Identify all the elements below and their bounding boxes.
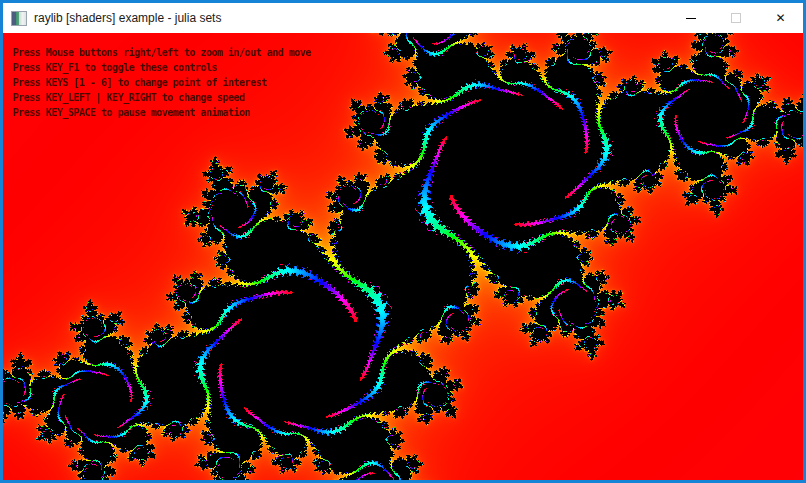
app-window: raylib [shaders] example - julia sets ✕ … (0, 0, 806, 483)
maximize-button (713, 3, 758, 33)
maximize-icon (731, 13, 741, 23)
julia-set-canvas[interactable] (3, 33, 803, 483)
titlebar[interactable]: raylib [shaders] example - julia sets ✕ (3, 3, 803, 33)
minimize-button[interactable] (668, 3, 713, 33)
window-title: raylib [shaders] example - julia sets (34, 11, 221, 25)
app-icon (11, 11, 27, 26)
close-icon: ✕ (775, 12, 785, 24)
close-button[interactable]: ✕ (758, 3, 803, 33)
minimize-icon (686, 18, 696, 19)
client-area: Press Mouse buttons right/left to zoom i… (3, 33, 803, 483)
